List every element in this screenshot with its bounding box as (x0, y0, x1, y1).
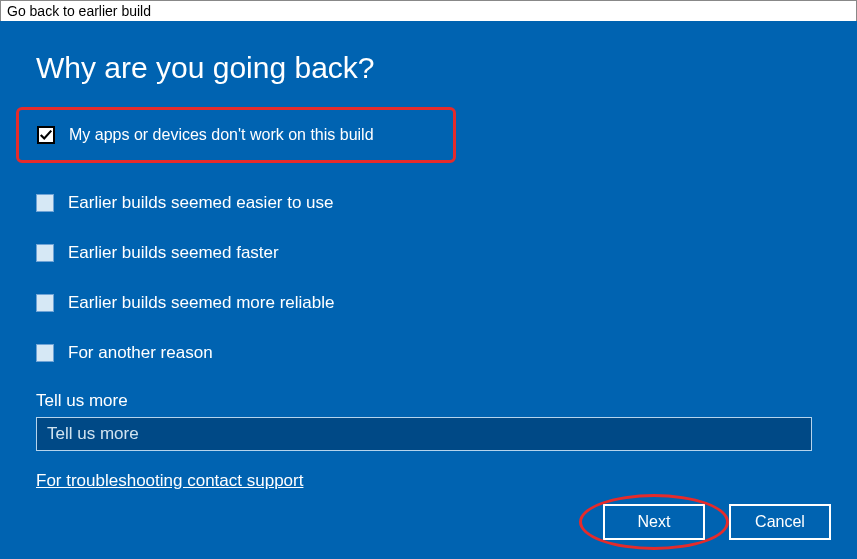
option-label[interactable]: My apps or devices don't work on this bu… (69, 126, 374, 144)
checkbox-reliable[interactable] (36, 294, 54, 312)
option-easier[interactable]: Earlier builds seemed easier to use (36, 193, 821, 213)
option-label: For another reason (68, 343, 213, 363)
option-apps-devices-highlight: My apps or devices don't work on this bu… (16, 107, 456, 163)
option-label: Earlier builds seemed more reliable (68, 293, 334, 313)
option-label: Earlier builds seemed easier to use (68, 193, 334, 213)
checkbox-easier[interactable] (36, 194, 54, 212)
cancel-button[interactable]: Cancel (729, 504, 831, 540)
next-button-wrapper: Next (603, 504, 705, 540)
option-label: Earlier builds seemed faster (68, 243, 279, 263)
tell-more-input[interactable] (36, 417, 812, 451)
option-another-reason[interactable]: For another reason (36, 343, 821, 363)
option-reliable[interactable]: Earlier builds seemed more reliable (36, 293, 821, 313)
window-title-text: Go back to earlier build (7, 3, 151, 19)
reasons-list: My apps or devices don't work on this bu… (36, 107, 821, 363)
window-titlebar: Go back to earlier build (0, 0, 857, 21)
checkbox-apps-devices[interactable] (37, 126, 55, 144)
checkbox-another-reason[interactable] (36, 344, 54, 362)
tell-more-label: Tell us more (36, 391, 821, 411)
dialog-buttons: Next Cancel (603, 504, 831, 540)
checkbox-faster[interactable] (36, 244, 54, 262)
next-button[interactable]: Next (603, 504, 705, 540)
page-heading: Why are you going back? (36, 51, 821, 85)
option-faster[interactable]: Earlier builds seemed faster (36, 243, 821, 263)
troubleshooting-support-link[interactable]: For troubleshooting contact support (36, 471, 303, 491)
checkmark-icon (39, 128, 53, 142)
dialog-body: Why are you going back? My apps or devic… (0, 21, 857, 558)
